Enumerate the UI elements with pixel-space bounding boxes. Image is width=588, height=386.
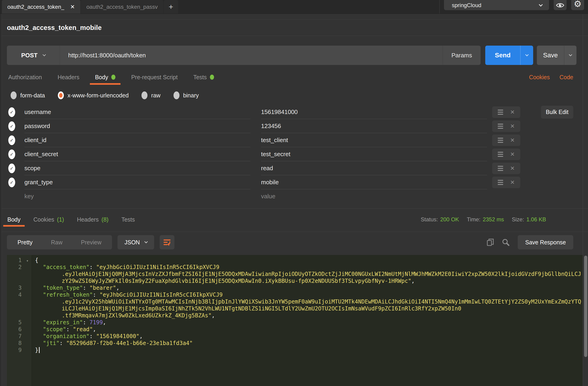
row-checkbox-column: ✓ [8,149,24,159]
response-tab-headers[interactable]: Headers(8) [73,212,113,227]
drag-handle-icon[interactable] [498,166,503,171]
param-key-field[interactable]: grant_type [24,175,251,189]
view-mode-raw[interactable]: Raw [42,235,72,249]
response-tab-cookies[interactable]: Cookies(1) [29,212,68,227]
language-select[interactable]: JSON [118,235,154,249]
row-enabled-checkbox[interactable]: ✓ [8,107,15,117]
send-button[interactable]: Send [485,46,520,65]
param-value-field[interactable]: 123456 [261,119,487,133]
tab-label: oauth2_access_token_ [7,4,64,10]
body-mode-raw[interactable]: raw [142,91,160,99]
code-line: iLCJleHAiOjE1NjQ1MjE1MjcsImp0aSI6IjNhZTk… [7,305,583,312]
scrollbar-thumb[interactable] [584,256,587,357]
drag-handle-icon[interactable] [498,152,503,157]
code-line: zY29wZSI6WyJyZWFkIl0sIm9yZ2FuaXphdGlvbiI… [7,278,583,284]
url-input[interactable] [60,46,443,65]
code-text: "access_token": "eyJhbGciOiJIUzI1NiIsInR… [32,264,219,271]
request-tabs-row: AuthorizationHeadersBodyPre-request Scri… [0,70,588,85]
param-value-field[interactable]: 15619841000 [261,105,487,119]
request-tab-headers[interactable]: Headers [53,70,84,85]
save-button[interactable]: Save [537,46,564,65]
param-key-field[interactable]: client_id [24,133,251,147]
tab-label: Body [95,74,108,81]
environment-quicklook-button[interactable] [554,0,567,10]
code-line: .eyJ1c2VyX25hbWUiOiIxNTYxOTg0MTAwMCIsInN… [7,298,583,305]
postman-app-window: oauth2_access_token_ ✕ oauth2_access_tok… [0,0,588,386]
param-row: ✓password123456✕ [8,119,573,133]
save-options-button[interactable] [564,46,576,65]
drag-handle-icon[interactable] [498,124,503,129]
row-enabled-checkbox[interactable]: ✓ [8,149,15,159]
param-value-field[interactable]: value [261,189,487,203]
view-mode-preview[interactable]: Preview [72,235,111,249]
row-actions: ✕ [492,163,520,174]
body-mode-form-data[interactable]: form-data [11,91,45,99]
remove-row-icon[interactable]: ✕ [510,123,515,129]
code-text: { [32,257,38,264]
drag-handle-icon[interactable] [498,180,503,185]
row-enabled-checkbox[interactable]: ✓ [8,163,15,173]
response-body-editor[interactable]: 1▾{2"access_token": "eyJhbGciOiJIUzI1NiI… [7,255,583,386]
tab-label: Body [7,216,21,223]
param-row: keyvalue✕ [8,189,573,203]
send-options-button[interactable] [520,46,533,65]
new-tab-button[interactable]: + [164,0,178,14]
param-key-field[interactable]: key [24,189,251,203]
bulk-edit-button[interactable]: Bulk Edit [541,106,573,119]
response-tab-tests[interactable]: Tests [117,212,139,227]
params-button[interactable]: Params [443,46,481,65]
param-value-field[interactable]: test_client [261,133,487,147]
method-select[interactable]: POST [7,46,60,65]
request-tab-pre-request-script[interactable]: Pre-request Script [126,70,183,85]
param-value-field[interactable]: read [261,161,487,175]
response-tab-body[interactable]: Body [3,212,25,227]
save-response-button[interactable]: Save Response [518,235,573,249]
url-group: POST Params [7,46,481,65]
copy-icon[interactable] [487,238,494,246]
drag-handle-icon[interactable] [498,110,503,115]
tab-oauth2-access-token[interactable]: oauth2_access_token_ ✕ [2,0,80,14]
row-actions: ✕ [492,135,520,146]
view-mode-pretty[interactable]: Pretty [8,235,42,249]
remove-row-icon[interactable]: ✕ [510,152,515,157]
beautify-button[interactable] [160,235,174,249]
drag-handle-icon[interactable] [498,138,503,143]
tab-oauth2-access-token-password[interactable]: oauth2_access_token_passv [81,0,163,14]
line-number: 3 [7,284,32,291]
remove-row-icon[interactable]: ✕ [510,166,515,171]
cookies-link[interactable]: Cookies [529,74,550,81]
chevron-down-icon [569,53,572,56]
tab-label: Pre-request Script [131,74,177,81]
close-icon[interactable]: ✕ [70,4,75,10]
remove-row-icon[interactable]: ✕ [510,109,515,115]
row-enabled-checkbox[interactable]: ✓ [8,135,15,145]
line-number: 1▾ [7,257,32,264]
param-key-field[interactable]: client_secret [24,147,251,161]
radio-icon [11,91,17,99]
param-key-field[interactable]: password [24,119,251,133]
mode-label: binary [183,92,199,99]
param-value-field[interactable]: mobile [261,175,487,189]
code-link[interactable]: Code [559,74,573,81]
plus-icon: + [169,2,173,11]
body-mode-binary[interactable]: binary [173,91,199,99]
remove-row-icon[interactable]: ✕ [510,180,515,185]
tab-label: Tests [193,74,207,81]
search-icon[interactable] [502,239,509,246]
body-mode-x-www-form-urlencoded[interactable]: x-www-form-urlencoded [58,91,128,99]
param-key-field[interactable]: scope [24,161,251,175]
request-links: Cookies Code [529,70,573,85]
param-key-field[interactable]: username [24,105,251,119]
row-enabled-checkbox[interactable]: ✓ [8,121,15,131]
param-value-field[interactable]: test_secret [261,147,487,161]
fold-caret-icon[interactable]: ▾ [26,257,29,264]
settings-button[interactable]: ⚙ [571,0,584,10]
code-text: "refresh_token": "eyJhbGciOiJIUzI1NiIsIn… [32,291,223,298]
request-tab-body[interactable]: Body [90,70,121,85]
environment-select[interactable]: springCloud [444,0,549,10]
divider [439,0,440,14]
request-tab-authorization[interactable]: Authorization [3,70,47,85]
remove-row-icon[interactable]: ✕ [510,138,515,143]
request-tab-tests[interactable]: Tests [188,70,219,85]
row-enabled-checkbox[interactable]: ✓ [8,178,15,187]
